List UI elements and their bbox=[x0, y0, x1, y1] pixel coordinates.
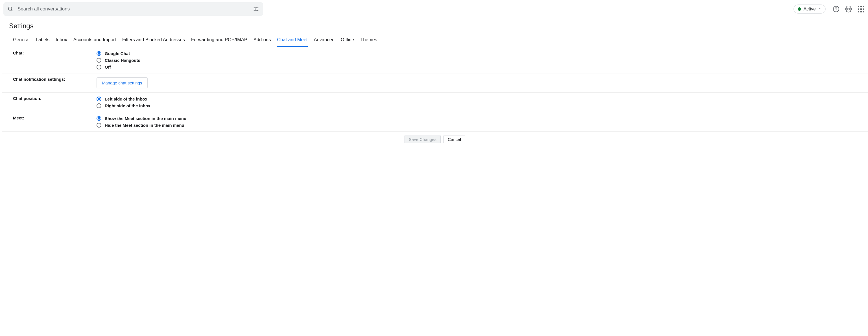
tab-chat-and-meet[interactable]: Chat and Meet bbox=[277, 33, 307, 47]
cancel-button[interactable]: Cancel bbox=[443, 135, 465, 143]
section-chat-position: Chat position: Left side of the inboxRig… bbox=[2, 93, 868, 112]
radio-option-meet[interactable]: Show the Meet section in the main menu bbox=[97, 115, 857, 122]
tab-accounts-and-import[interactable]: Accounts and Import bbox=[73, 33, 116, 47]
save-changes-button[interactable]: Save Changes bbox=[404, 135, 441, 143]
tune-icon[interactable] bbox=[253, 6, 259, 12]
radio-label: Hide the Meet section in the main menu bbox=[105, 123, 184, 128]
chat-notification-content: Manage chat settings bbox=[97, 76, 857, 90]
tab-filters-and-blocked-addresses[interactable]: Filters and Blocked Addresses bbox=[122, 33, 185, 47]
top-icons bbox=[832, 5, 865, 13]
radio-icon bbox=[97, 103, 101, 108]
radio-label: Classic Hangouts bbox=[105, 58, 140, 63]
tab-general[interactable]: General bbox=[13, 33, 30, 47]
svg-point-10 bbox=[848, 8, 849, 10]
settings-tabs: GeneralLabelsInboxAccounts and ImportFil… bbox=[2, 33, 868, 47]
gear-icon[interactable] bbox=[845, 5, 852, 13]
tab-add-ons[interactable]: Add-ons bbox=[253, 33, 271, 47]
status-label: Active bbox=[803, 6, 816, 11]
search-box[interactable] bbox=[3, 2, 263, 16]
search-icon bbox=[7, 6, 13, 12]
section-label-chat-notification: Chat notification settings: bbox=[13, 76, 97, 90]
status-dot-icon bbox=[798, 7, 801, 11]
radio-label: Left side of the inbox bbox=[105, 97, 147, 101]
radio-option-chat-position[interactable]: Left side of the inbox bbox=[97, 95, 857, 102]
radio-label: Right side of the inbox bbox=[105, 103, 151, 108]
radio-label: Off bbox=[105, 65, 111, 69]
search-input[interactable] bbox=[13, 6, 253, 12]
chat-options: Google ChatClassic HangoutsOff bbox=[97, 50, 857, 70]
tab-forwarding-and-pop-imap[interactable]: Forwarding and POP/IMAP bbox=[191, 33, 247, 47]
tab-themes[interactable]: Themes bbox=[360, 33, 377, 47]
section-label-chat: Chat: bbox=[13, 50, 97, 70]
section-chat-notification: Chat notification settings: Manage chat … bbox=[2, 73, 868, 93]
section-label-meet: Meet: bbox=[13, 115, 97, 128]
radio-icon bbox=[97, 65, 101, 69]
status-pill[interactable]: Active bbox=[794, 4, 826, 13]
svg-line-1 bbox=[11, 10, 12, 11]
radio-option-chat[interactable]: Google Chat bbox=[97, 50, 857, 57]
radio-icon bbox=[97, 51, 101, 56]
radio-option-chat[interactable]: Off bbox=[97, 64, 857, 70]
radio-icon bbox=[97, 97, 101, 101]
tab-offline[interactable]: Offline bbox=[341, 33, 354, 47]
svg-point-0 bbox=[8, 7, 12, 10]
radio-option-meet[interactable]: Hide the Meet section in the main menu bbox=[97, 122, 857, 128]
chat-position-options: Left side of the inboxRight side of the … bbox=[97, 95, 857, 109]
section-label-chat-position: Chat position: bbox=[13, 95, 97, 109]
button-row: Save Changes Cancel bbox=[2, 131, 868, 147]
radio-icon bbox=[97, 116, 101, 121]
top-bar: Active bbox=[0, 0, 868, 18]
settings-body: Chat: Google ChatClassic HangoutsOff Cha… bbox=[2, 47, 868, 147]
apps-icon[interactable] bbox=[857, 5, 865, 13]
page-title: Settings bbox=[0, 18, 868, 33]
svg-point-9 bbox=[836, 10, 836, 11]
radio-option-chat[interactable]: Classic Hangouts bbox=[97, 57, 857, 64]
chevron-down-icon bbox=[818, 6, 822, 11]
section-meet: Meet: Show the Meet section in the main … bbox=[2, 112, 868, 131]
svg-point-8 bbox=[833, 6, 839, 12]
help-icon[interactable] bbox=[832, 5, 840, 13]
radio-label: Google Chat bbox=[105, 51, 130, 56]
radio-label: Show the Meet section in the main menu bbox=[105, 116, 186, 121]
radio-option-chat-position[interactable]: Right side of the inbox bbox=[97, 102, 857, 109]
radio-icon bbox=[97, 58, 101, 63]
manage-chat-settings-button[interactable]: Manage chat settings bbox=[97, 78, 148, 88]
tab-labels[interactable]: Labels bbox=[36, 33, 50, 47]
tab-inbox[interactable]: Inbox bbox=[56, 33, 67, 47]
radio-icon bbox=[97, 123, 101, 128]
tab-advanced[interactable]: Advanced bbox=[314, 33, 335, 47]
section-chat: Chat: Google ChatClassic HangoutsOff bbox=[2, 47, 868, 73]
meet-options: Show the Meet section in the main menuHi… bbox=[97, 115, 857, 128]
